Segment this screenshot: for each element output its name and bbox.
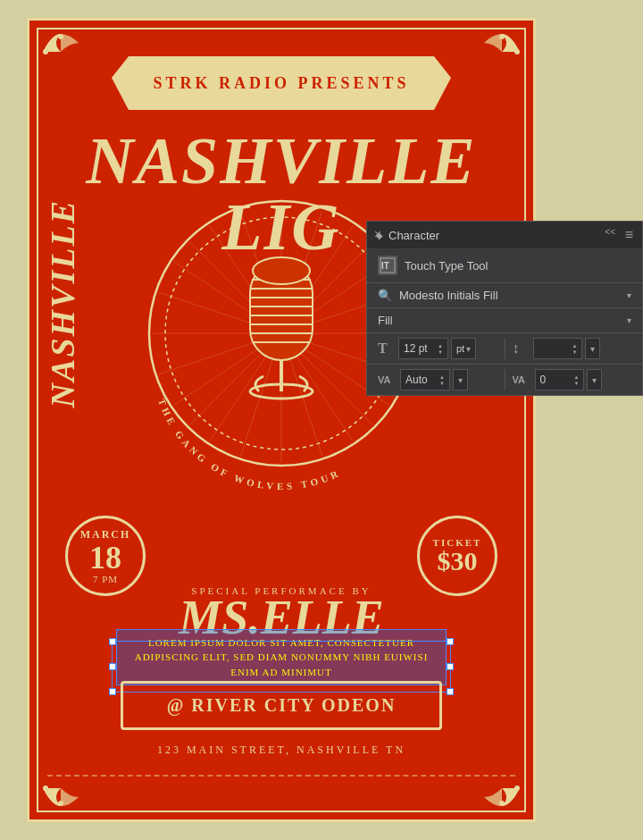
- march-badge: MARCH 18 7 PM: [65, 516, 146, 596]
- vertical-divider-1: [505, 338, 505, 359]
- corner-decoration-br: [475, 761, 529, 815]
- kerning-spinbox[interactable]: Auto ▲ ▼: [400, 369, 450, 391]
- tracking-value: 0: [540, 374, 572, 386]
- svg-text:THE GANG OF WOLVES TOUR: THE GANG OF WOLVES TOUR: [156, 397, 343, 491]
- panel-title-area: ◆ Character: [376, 229, 439, 242]
- nashville-vertical-left: NASHVILLE: [43, 199, 82, 407]
- kerning-down-arrow[interactable]: ▼: [439, 381, 445, 386]
- strk-text: STRK RADIO PRESENTS: [153, 74, 409, 93]
- svg-point-6: [499, 801, 505, 806]
- tracking-icon: VA: [513, 374, 532, 385]
- svg-point-0: [58, 34, 63, 39]
- font-search-icon: 🔍: [378, 289, 392, 302]
- size-spinbox[interactable]: 12 pt ▲ ▼: [398, 338, 448, 359]
- svg-point-4: [58, 801, 63, 806]
- strk-banner: STRK RADIO PRESENTS: [112, 56, 451, 110]
- svg-text:IT: IT: [381, 261, 389, 271]
- size-value: 12 pt: [404, 342, 435, 355]
- size-dropdown[interactable]: pt ▾: [451, 338, 476, 359]
- panel-menu-button[interactable]: ≡: [625, 227, 633, 243]
- ticket-price: $30: [438, 548, 478, 575]
- tracking-group: VA 0 ▲ ▼ ▾: [513, 369, 632, 391]
- size-up-arrow[interactable]: ▲: [438, 343, 443, 349]
- march-pm: 7 PM: [93, 574, 118, 584]
- leading-spinbox[interactable]: ▲ ▼: [533, 338, 583, 359]
- poster: STRK RADIO PRESENTS NASHVILLE LIG // Dra…: [27, 18, 536, 822]
- font-family-row[interactable]: 🔍 Modesto Initials Fill ▾: [367, 283, 642, 308]
- corner-decoration-tl: [34, 25, 88, 79]
- touch-type-label: Touch Type Tool: [405, 259, 488, 273]
- touch-type-icon: IT: [378, 256, 397, 275]
- tracking-up-arrow[interactable]: ▲: [574, 374, 580, 380]
- march-number: 18: [89, 542, 121, 574]
- kerning-spin-arrows[interactable]: ▲ ▼: [439, 374, 445, 386]
- svg-point-5: [43, 785, 48, 791]
- leading-icon: ↕: [513, 340, 530, 357]
- corner-decoration-tr: [475, 25, 529, 79]
- font-name-value[interactable]: Modesto Initials Fill: [399, 289, 622, 302]
- font-dropdown-arrow[interactable]: ▾: [627, 290, 631, 300]
- panel-title: Character: [388, 229, 439, 242]
- dotted-bottom-line: [47, 775, 515, 777]
- leading-up-arrow[interactable]: ▲: [572, 343, 578, 349]
- address-text: 123 MAIN STREET, NASHVILLE TN: [157, 743, 405, 757]
- svg-point-7: [514, 785, 520, 791]
- kerning-value: Auto: [405, 374, 437, 386]
- size-dropdown-value: pt: [456, 343, 464, 354]
- tracking-spin-arrows[interactable]: ▲ ▼: [574, 374, 580, 386]
- touch-type-row: IT Touch Type Tool: [367, 248, 642, 283]
- vertical-divider-2: [505, 369, 505, 391]
- panel-collapse-button[interactable]: <<: [605, 227, 615, 237]
- size-icon: T: [378, 340, 396, 357]
- leading-dropdown[interactable]: ▾: [585, 338, 600, 359]
- lorem-ipsum-text[interactable]: LOREM IPSUM DOLOR SIT AMET, CONSECTETUER…: [116, 629, 447, 686]
- leading-group: ↕ ▲ ▼ ▾: [513, 338, 632, 359]
- kerning-group: VA Auto ▲ ▼ ▾: [378, 369, 497, 391]
- kerning-row: VA Auto ▲ ▼ ▾ VA 0 ▲ ▼: [367, 365, 642, 395]
- svg-point-2: [499, 34, 505, 39]
- size-row: T 12 pt ▲ ▼ pt ▾ ↕ ▲ ▼: [367, 333, 642, 365]
- panel-header: ◆ Character ≡ × <<: [367, 222, 642, 248]
- style-dropdown-arrow[interactable]: ▾: [627, 315, 631, 325]
- kerning-icon: VA: [378, 374, 397, 385]
- leading-down-arrow[interactable]: ▼: [572, 349, 578, 355]
- leading-spin-arrows[interactable]: ▲ ▼: [572, 343, 578, 355]
- tracking-down-arrow[interactable]: ▼: [574, 381, 580, 386]
- svg-point-1: [43, 49, 48, 55]
- size-group: T 12 pt ▲ ▼ pt ▾: [378, 338, 497, 359]
- kerning-up-arrow[interactable]: ▲: [439, 374, 445, 380]
- size-spin-arrows[interactable]: ▲ ▼: [438, 343, 443, 355]
- character-panel: ◆ Character ≡ × << IT Touch Type Tool 🔍 …: [366, 221, 643, 396]
- venue-text: @ RIVER CITY ODEON: [167, 695, 397, 716]
- size-down-arrow[interactable]: ▼: [438, 349, 443, 355]
- kerning-dropdown[interactable]: ▾: [453, 369, 468, 391]
- kerning-dropdown-arrow[interactable]: ▾: [458, 375, 463, 385]
- tracking-dropdown-arrow[interactable]: ▾: [592, 375, 597, 385]
- font-style-row[interactable]: Fill ▾: [367, 308, 642, 333]
- panel-close-button[interactable]: ×: [374, 227, 381, 241]
- size-dropdown-arrow2[interactable]: ▾: [466, 344, 471, 354]
- leading-dropdown-arrow[interactable]: ▾: [590, 344, 595, 354]
- venue-box: @ RIVER CITY ODEON: [121, 681, 442, 730]
- ticket-badge: TICKET $30: [417, 516, 497, 596]
- svg-point-3: [514, 49, 520, 55]
- tracking-dropdown[interactable]: ▾: [587, 369, 602, 391]
- tracking-spinbox[interactable]: 0 ▲ ▼: [535, 369, 585, 391]
- touch-type-svg-icon: IT: [380, 257, 396, 273]
- font-style-value[interactable]: Fill: [378, 314, 627, 327]
- corner-decoration-bl: [34, 761, 88, 815]
